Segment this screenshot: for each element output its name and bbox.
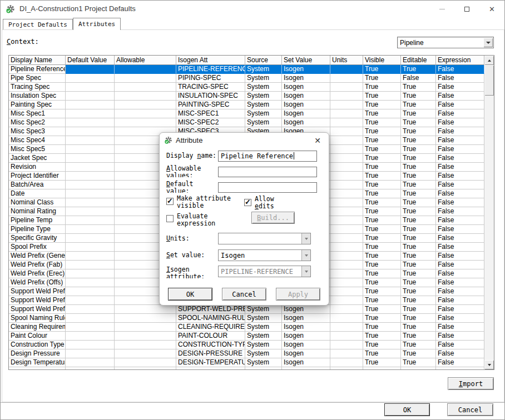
table-row[interactable]: Cleaning RequirementCLEANING-REQUIREMENT… [9, 323, 484, 332]
maximize-button[interactable] [454, 1, 479, 17]
table-cell: Cleaning Requirement [9, 323, 66, 332]
table-cell [66, 234, 115, 243]
table-row[interactable]: Painting SpecPAINTING-SPECSystemIsogenTr… [9, 101, 484, 109]
table-cell: True [401, 323, 436, 332]
dialog-close-button[interactable]: ✕ [312, 135, 323, 146]
table-cell: True [401, 261, 436, 269]
table-row[interactable]: Construction TypeCONSTRUCTION-TYPESystem… [9, 341, 484, 349]
set-value-dropdown-button[interactable] [301, 250, 310, 261]
dialog-cancel-button[interactable]: Cancel [222, 288, 266, 301]
table-cell: SUPPORT-WELD-PREFIX [176, 305, 245, 314]
column-header[interactable]: Visible [363, 56, 401, 65]
column-header[interactable]: Source [245, 56, 282, 65]
table-row[interactable]: Insulation SpecINSULATION-SPECSystemIsog… [9, 92, 484, 101]
set-value-dropdown[interactable]: Isogen [218, 249, 311, 261]
table-cell [115, 332, 176, 341]
import-button[interactable]: Import [448, 377, 494, 390]
table-cell: True [401, 198, 436, 207]
default-value-input[interactable] [218, 182, 317, 193]
table-cell: True [401, 65, 436, 74]
table-row[interactable]: Misc Spec2MISC-SPEC2SystemIsogenTrueTrue… [9, 118, 484, 127]
table-cell: False [436, 278, 484, 287]
isogen-attribute-dropdown[interactable]: PIPELINE-REFERENCE [218, 266, 311, 277]
table-row[interactable]: Design TemperatureDESIGN-TEMPERATURESyst… [9, 358, 484, 367]
table-cell: True [401, 109, 436, 118]
build-button[interactable]: Build... [251, 212, 295, 224]
table-cell [330, 101, 363, 109]
vertical-scrollbar[interactable] [484, 56, 494, 369]
table-row[interactable]: Pipe SpecPIPING-SPECSystemIsogenTrueFals… [9, 74, 484, 83]
table-cell [66, 198, 115, 207]
table-cell: CLEANING-REQUIREMENT [176, 323, 245, 332]
scrollbar-thumb[interactable] [484, 65, 494, 96]
cancel-button[interactable]: Cancel [447, 403, 493, 416]
table-row[interactable]: Design PressureDESIGN-PRESSURESystemIsog… [9, 349, 484, 358]
column-header[interactable]: Editable [401, 56, 436, 65]
table-cell: Support Weld Prefix [9, 296, 66, 305]
table-cell: Project Identifier [9, 172, 66, 181]
scroll-down-button[interactable] [484, 360, 494, 369]
set-value-label: Set value: [166, 252, 217, 259]
table-cell [66, 349, 115, 358]
dialog-apply-button[interactable]: Apply [276, 288, 320, 301]
column-header[interactable]: Units [330, 56, 363, 65]
column-header[interactable]: Allowable [115, 56, 176, 65]
ok-button[interactable]: OK [384, 403, 430, 416]
table-cell: True [363, 198, 401, 207]
table-row[interactable]: Tracing SpecTRACING-SPECSystemIsogenTrue… [9, 83, 484, 92]
table-cell [330, 358, 363, 367]
table-cell: Pipe Spec [9, 74, 66, 83]
minimize-button[interactable] [429, 1, 454, 17]
column-header[interactable]: Expression [436, 56, 484, 65]
make-attribute-visible-label: Make attribute visible [177, 195, 242, 209]
dialog-ok-button[interactable]: OK [168, 288, 212, 301]
context-dropdown-button[interactable] [483, 38, 493, 47]
table-cell: Isogen [282, 314, 330, 323]
table-cell [66, 207, 115, 216]
table-cell: True [401, 189, 436, 198]
table-row[interactable]: Paint ColourPAINT-COLOURSystemIsogenTrue… [9, 332, 484, 341]
tab-project-defaults[interactable]: Project Defaults [3, 19, 73, 30]
table-cell [330, 234, 363, 243]
make-attribute-visible-checkbox[interactable] [166, 198, 174, 205]
table-cell [66, 109, 115, 118]
table-cell: System [245, 74, 282, 83]
table-cell: False [401, 74, 436, 83]
units-dropdown-button[interactable] [301, 233, 310, 244]
isogen-attribute-dropdown-button[interactable] [301, 266, 310, 277]
table-cell: False [436, 332, 484, 341]
table-cell [66, 118, 115, 127]
table-row[interactable]: Pipeline ReferencePIPELINE-REFERENCESyst… [9, 65, 484, 74]
table-cell [66, 154, 115, 163]
units-dropdown[interactable] [218, 233, 311, 244]
table-cell: System [245, 349, 282, 358]
table-cell: Misc Spec4 [9, 136, 66, 145]
table-cell [115, 74, 176, 83]
table-row[interactable]: Support Weld PrefixSUPPORT-WELD-PREFIXSy… [9, 305, 484, 314]
table-cell [330, 261, 363, 269]
table-cell: False [436, 287, 484, 296]
tab-attributes[interactable]: Attributes [73, 18, 121, 30]
display-name-value: Pipeline Reference [221, 152, 293, 160]
table-cell: Weld Prefix (General) [9, 252, 66, 261]
scroll-up-button[interactable] [484, 56, 494, 65]
table-cell [66, 83, 115, 92]
close-button[interactable]: ✕ [479, 1, 504, 17]
table-cell: False [436, 65, 484, 74]
table-row[interactable]: Misc Spec1MISC-SPEC1SystemIsogenTrueTrue… [9, 109, 484, 118]
column-header[interactable]: Default Value [66, 56, 115, 65]
context-dropdown[interactable]: Pipeline [397, 37, 494, 48]
display-name-input[interactable]: Pipeline Reference [218, 151, 317, 162]
table-cell: False [436, 296, 484, 305]
evaluate-expression-checkbox[interactable] [166, 215, 174, 222]
allowable-values-input[interactable] [218, 167, 317, 177]
column-header[interactable]: Set Value [282, 56, 330, 65]
column-header[interactable]: Display Name [9, 56, 66, 65]
column-header[interactable]: Isogen Att [176, 56, 245, 65]
table-row[interactable]: Spool Naming RuleSPOOL-NAMING-RULESystem… [9, 314, 484, 323]
table-cell [115, 305, 176, 314]
table-cell: False [436, 189, 484, 198]
allow-edits-checkbox[interactable] [244, 199, 251, 206]
table-cell: True [363, 145, 401, 154]
table-cell: True [363, 341, 401, 349]
